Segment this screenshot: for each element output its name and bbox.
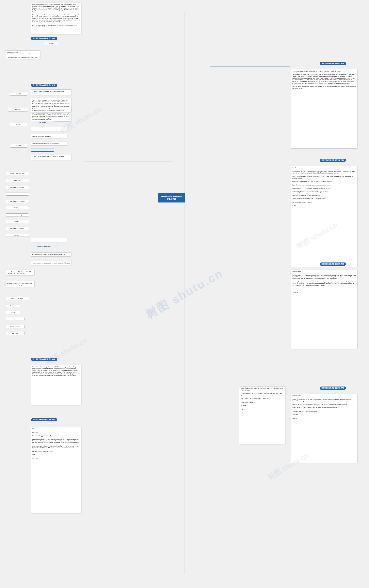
connector-h-4 [84,94,173,94]
vocab-list: well,smelly,pond,burst,(*steam,dirt,Inju… [6,51,40,59]
section7-cn: 根据要求出资的信息题目语题题，由于上个月订单太多，我们不不可能及时处理所有的订单… [239,387,285,444]
topic-p4: Topic sentence of Paragraph 4 [6,227,29,230]
leadin-1: let students see a short video and answe… [31,127,67,131]
writing-type: The type of writing (写作体裁) [6,172,29,175]
damage-box: Damage caused by [6,325,24,328]
connector-h-5 [210,267,290,267]
section-label-7: 高中英语语数教信题目及范文 第7篇 [320,387,346,390]
section-label-3: 高中英语语数教信题目及范文 第3篇 [320,159,346,162]
spine-line [184,11,184,574]
difficult-1: 1. The usages of some words and expressi… [31,107,71,113]
narrative-writing: Narrative writing [6,179,29,182]
section-label-4: 高中英语语数教信题目及范文 第4篇 [31,84,57,87]
jiaoxue-mubiao: 教学目标 [10,92,27,96]
text-and-box: text and [6,317,24,320]
section1-card: There is a person who is very important … [291,69,358,148]
topic-p2: Topic sentence of Paragraph 2 [6,200,29,203]
task1: Task1: What were the nature signs of the… [31,261,71,265]
leadin-3: do you feel seeing the places? Students'… [31,141,67,146]
step2: Step II Fast reading [31,148,54,152]
connector-h-1 [210,66,290,67]
sentence-2: Sentence 2 [6,206,29,209]
topic-p1: Topic sentence of Paragraph 1 [6,186,29,189]
step3: Step III Detailed reading [31,245,57,248]
earthquake-box: earthquake [6,332,24,335]
leadin-2: happened in the video? Earthquakes. [31,134,67,138]
watermark-1: 树图 shutu.cn [143,265,226,323]
jiaoxue-gongju: 教学工具 [10,123,27,126]
section-label-5: 高中英语语数教信题目及范文 第5篇 [320,262,346,266]
section3-card: Dear Tom, It's a long time since we met … [291,166,358,267]
skim-q2: 2. Skim the text and answer the question… [31,238,67,242]
section7-card: Dear Mr. Robert, I would like to apologi… [291,394,358,463]
step1: Step I lead-in [31,121,54,124]
watermark-4: 树图 shutu.cn [44,335,89,367]
obj-1: 1. Ss will be able to master the followi… [31,89,71,95]
fill-options: A. Ran out of fields B. In the Sky C. Cr… [6,281,35,287]
section-label-2: 高中英语语数教信题目及范文 第2篇 [31,37,57,40]
detailed-instruction: Ask students to read the text carefully … [31,252,71,257]
section5-card: Dear Mr. Smith, I am indeed very sorry t… [291,270,358,349]
main-idea-box: Main Idea: [6,304,20,307]
task2-box: Task 2 Fill in the blanks. [6,297,29,300]
jiaoxue-zhongdian: 教学重难点 [8,108,28,112]
topic-p3: Topic sentence of Paragraph 3 [6,213,29,217]
fill-wells: in well, G ) 2. Well walls(D ) 3.(lrg) 4… [6,270,35,275]
sentence-3: Sentence 3 [6,220,29,223]
connector-h-4b [84,162,173,162]
jiaxue-note: 教学准备 [44,42,58,45]
page-wrapper: 树图 shutu.cn 高中英语语数教信题目及 范文(共8篇) 高中英语语数教信… [0,0,369,588]
jiaoxue-guocheng: 教学过程 [10,144,27,147]
section6-card: It was 7:15 on the morning of February 8… [31,365,82,405]
center-title: 高中英语语数教信题目及 范文(共8篇) [158,193,185,202]
section-label-1: 高中英语语数教信题目及范文 第1篇 [320,62,346,65]
section2-card: My favourite animal is tortoise. tortois… [31,3,82,34]
details-box: Details: [6,311,20,314]
sentence-1: Sentence 1 [6,192,29,196]
sentence-4: Sentence 4 [6,234,29,237]
section8-card: It has Dear Tom, How is everything going… [31,427,82,514]
section-label-6: 高中英语语数教信题目及范文 第6篇 [31,358,57,361]
reading-q1: 1. What is the passage mainly about? In … [31,154,71,160]
connector-h-3 [210,163,290,163]
section-label-8: 高中英语语数教信题目及范文 第8篇 [31,418,57,421]
